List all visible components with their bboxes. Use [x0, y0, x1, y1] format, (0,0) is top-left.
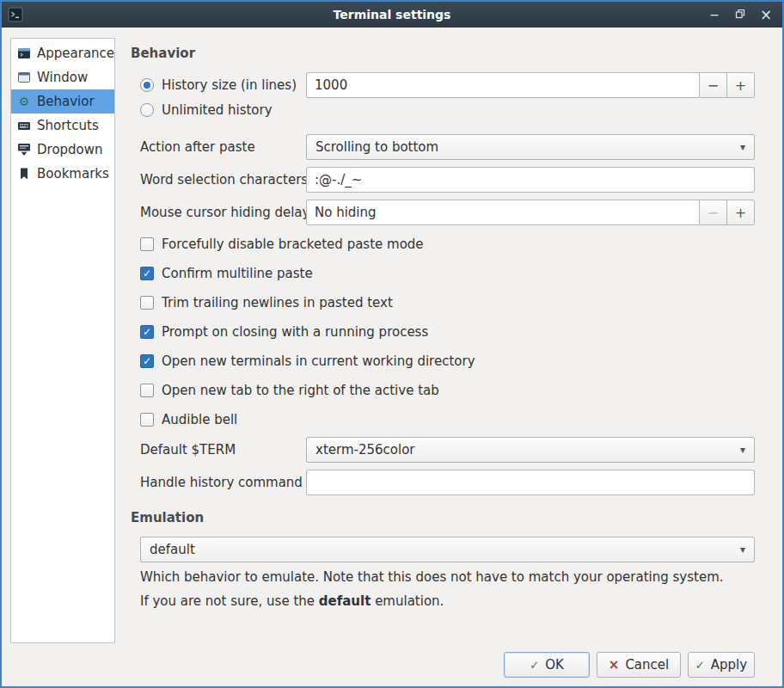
action-after-paste-value: Scrolling to bottom	[315, 139, 438, 155]
history-size-increment-button[interactable]: +	[727, 72, 755, 98]
mouse-cursor-delay-increment-button[interactable]: +	[727, 200, 755, 225]
mouse-cursor-delay-decrement-button[interactable]: −	[700, 200, 727, 225]
history-size-input[interactable]: 1000	[306, 72, 700, 98]
history-size-option[interactable]: History size (in lines)	[140, 72, 297, 98]
sidebar-item-label: Shortcuts	[37, 118, 99, 133]
checkbox-prompt-on-closing[interactable]: ✓	[140, 325, 154, 339]
check-icon: ✓	[530, 659, 539, 672]
emulation-select[interactable]: default ▾	[140, 537, 755, 562]
handle-history-input[interactable]	[306, 470, 755, 495]
minus-icon: −	[707, 205, 719, 221]
window-icon	[17, 71, 31, 84]
checkbox-label: Open new terminals in current working di…	[162, 353, 475, 369]
chevron-down-icon: ▾	[740, 544, 745, 555]
sidebar-item-label: Window	[37, 70, 88, 85]
radio-history-size[interactable]	[140, 78, 154, 92]
behavior-icon: ⚙	[17, 95, 31, 108]
checkbox-new-tab-right[interactable]: ✓	[140, 384, 154, 397]
checkbox-row[interactable]: ✓ Audible bell	[140, 407, 237, 433]
minimize-icon: −	[709, 8, 720, 22]
cancel-button-label: Cancel	[625, 657, 669, 673]
checkbox-bracketed-paste[interactable]: ✓	[140, 237, 154, 251]
unlimited-history-option[interactable]: Unlimited history	[140, 97, 273, 123]
behavior-section-title: Behavior	[131, 45, 195, 62]
checkbox-label: Audible bell	[162, 412, 237, 427]
sidebar-item-window[interactable]: Window	[11, 65, 114, 89]
word-selection-input[interactable]: :@-./_~	[306, 167, 755, 193]
radio-unlimited-history[interactable]	[140, 103, 154, 117]
emulation-help-line2: If you are not sure, use the default emu…	[140, 593, 444, 610]
checkbox-label: Open new tab to the right of the active …	[162, 383, 439, 398]
bookmark-icon	[17, 167, 31, 181]
keyboard-icon	[17, 119, 31, 132]
default-term-label: Default $TERM	[140, 437, 236, 463]
sidebar-item-label: Bookmarks	[37, 166, 109, 181]
window-controls: − ×	[705, 2, 775, 28]
mouse-cursor-delay-label: Mouse cursor hiding delay	[140, 200, 309, 225]
apply-button[interactable]: ✓ Apply	[688, 652, 755, 678]
cancel-button[interactable]: × Cancel	[597, 652, 681, 678]
checkbox-row[interactable]: ✓ Open new terminals in current working …	[140, 348, 475, 374]
emulation-help-line1: Which behavior to emulate. Note that thi…	[140, 568, 724, 586]
checkbox-label: Confirm multiline paste	[162, 266, 313, 281]
close-icon: ×	[760, 6, 772, 23]
check-icon: ✓	[695, 659, 705, 672]
terminal-settings-window: Terminal settings − ×	[0, 0, 784, 688]
checkbox-row[interactable]: ✓ Trim trailing newlines in pasted text	[140, 290, 393, 316]
word-selection-label: Word selection characters	[140, 167, 308, 193]
checkbox-audible-bell[interactable]: ✓	[140, 413, 154, 427]
checkbox-row[interactable]: ✓ Forcefully disable bracketed paste mod…	[140, 231, 424, 257]
history-size-decrement-button[interactable]: −	[700, 72, 727, 98]
sidebar-item-bookmarks[interactable]: Bookmarks	[11, 162, 114, 186]
checkbox-label: Forcefully disable bracketed paste mode	[162, 236, 424, 252]
history-size-label: History size (in lines)	[162, 77, 297, 93]
apply-button-label: Apply	[711, 657, 747, 673]
chevron-down-icon: ▾	[740, 445, 745, 455]
minimize-button[interactable]: −	[705, 5, 724, 24]
checkbox-label: Trim trailing newlines in pasted text	[162, 295, 393, 310]
help2-bold: default	[319, 593, 371, 609]
plus-icon: +	[735, 205, 746, 221]
sidebar-item-label: Behavior	[37, 94, 95, 109]
sidebar-item-label: Appearance	[37, 46, 114, 61]
sidebar-item-behavior[interactable]: ⚙ Behavior	[11, 89, 114, 114]
ok-button[interactable]: ✓ OK	[504, 652, 590, 678]
check-icon: ✓	[143, 356, 151, 366]
emulation-value: default	[150, 542, 195, 557]
action-after-paste-select[interactable]: Scrolling to bottom ▾	[306, 134, 755, 160]
titlebar[interactable]: Terminal settings − ×	[2, 2, 782, 28]
dropdown-icon	[17, 143, 31, 157]
checkbox-trim-trailing-newlines[interactable]: ✓	[140, 296, 154, 310]
maximize-button[interactable]	[731, 5, 750, 24]
plus-icon: +	[735, 77, 746, 94]
default-term-select[interactable]: xterm-256color ▾	[306, 437, 755, 463]
help2-suffix: emulation.	[371, 593, 444, 609]
handle-history-label: Handle history command	[140, 470, 303, 495]
minus-icon: −	[707, 77, 719, 94]
unlimited-history-label: Unlimited history	[162, 102, 273, 118]
appearance-icon	[17, 46, 31, 60]
history-size-spinbutton: 1000 − +	[306, 72, 755, 98]
check-icon: ✓	[143, 327, 151, 337]
cross-icon: ×	[609, 657, 620, 673]
checkbox-open-in-cwd[interactable]: ✓	[140, 354, 154, 368]
restore-icon	[735, 8, 745, 22]
ok-button-label: OK	[545, 657, 564, 673]
settings-category-list: Appearance Window ⚙ Behavior	[10, 38, 115, 643]
sidebar-item-shortcuts[interactable]: Shortcuts	[11, 114, 114, 138]
close-button[interactable]: ×	[756, 5, 775, 24]
sidebar-item-appearance[interactable]: Appearance	[11, 41, 114, 65]
default-term-value: xterm-256color	[315, 442, 414, 458]
checkbox-row[interactable]: ✓ Confirm multiline paste	[140, 261, 313, 286]
mouse-cursor-delay-input[interactable]: No hiding	[306, 200, 700, 225]
sidebar-item-label: Dropdown	[37, 142, 103, 157]
emulation-section-title: Emulation	[131, 509, 204, 526]
action-after-paste-label: Action after paste	[140, 134, 255, 160]
checkbox-confirm-multiline-paste[interactable]: ✓	[140, 267, 154, 280]
sidebar-item-dropdown[interactable]: Dropdown	[11, 138, 114, 162]
mouse-cursor-delay-spinbutton: No hiding − +	[306, 200, 755, 225]
help2-prefix: If you are not sure, use the	[140, 593, 319, 609]
checkbox-row[interactable]: ✓ Prompt on closing with a running proce…	[140, 319, 428, 345]
checkbox-label: Prompt on closing with a running process	[162, 324, 428, 340]
checkbox-row[interactable]: ✓ Open new tab to the right of the activ…	[140, 378, 439, 403]
